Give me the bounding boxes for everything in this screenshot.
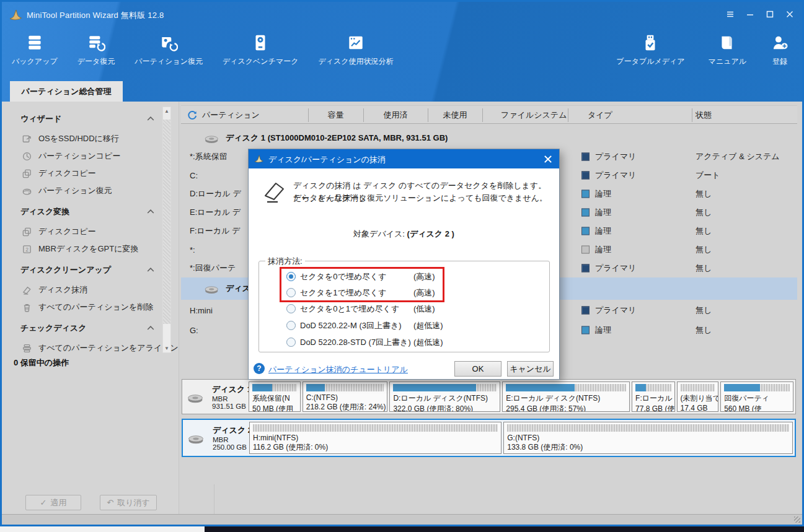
partition-label: F:ローカル ディ [635, 393, 671, 404]
diskmap-partition-block[interactable]: G:(NTFS)133.8 GB (使用済: 0%) [503, 422, 793, 454]
sidebar-item-0-0[interactable]: OSをSSD/HDDに移行 [2, 131, 157, 146]
sidebar-item-label: MBRディスクをGPTに変換 [38, 243, 138, 255]
sidebar-item-label: ディスク抹消 [38, 284, 87, 295]
partition-info: 77.8 GB (使 [635, 404, 671, 412]
radio-button[interactable] [286, 304, 296, 313]
collapse-icon[interactable] [147, 321, 154, 335]
partition-name: H:mini [190, 306, 213, 315]
help-icon[interactable]: ? [254, 363, 265, 374]
usage-bar [506, 384, 626, 391]
diskmap-partition-block[interactable]: H:mini(NTFS)116.2 GB (使用済: 0%) [249, 422, 501, 454]
diskmap-partition-block[interactable]: E:ローカル ディスク(NTFS)295.4 GB (使用済: 57%) [502, 382, 630, 412]
wipe-dialog: ディスク/パーティションの抹消 ディスクの抹消 は ディスク のすべてのデータセ… [248, 149, 560, 380]
diskmap-partition-block[interactable]: (未割り当て)17.4 GB [677, 382, 719, 412]
diskmap-partition-block[interactable]: 回復パーティ560 MB (使 [720, 382, 793, 412]
toolbar-data-recovery-button[interactable]: データ復元 [74, 32, 119, 68]
diskmap-partition-block[interactable]: C:(NTFS)218.2 GB (使用済: 24%) [303, 382, 388, 412]
toolbar-backup-button[interactable]: バックアップ [8, 32, 61, 68]
collapse-icon[interactable] [147, 112, 154, 126]
partition-name: C: [190, 171, 198, 180]
resize-grip-icon[interactable] [794, 517, 800, 523]
diskmap-row[interactable]: ディスク 1MBR931.51 GB系統保留(N50 MB (使用C:(NTFS… [182, 379, 796, 414]
diskmap-partition-block[interactable]: 系統保留(N50 MB (使用 [249, 382, 301, 412]
sidebar-item-2-0[interactable]: ディスク抹消 [2, 282, 157, 297]
column-separator[interactable] [363, 108, 364, 122]
collapse-icon[interactable] [147, 205, 154, 219]
column-separator[interactable] [482, 108, 483, 122]
sidebar-scrollbar[interactable]: ▲ ▼ [162, 107, 171, 353]
tutorial-link[interactable]: パーティション抹消のチュートリアル [268, 364, 408, 375]
scrollbar-thumb[interactable] [163, 120, 170, 324]
sidebar-item-0-2[interactable]: ディスクコピー [2, 166, 157, 181]
sidebar-item-label: すべてのパーティションを削除 [38, 302, 153, 313]
usage-bar [253, 424, 498, 432]
ok-button[interactable]: OK [454, 361, 501, 377]
diskmap-disk-label: ディスク 2MBR250.00 GB [183, 420, 247, 456]
partition-name: D:ローカル デ [190, 188, 241, 199]
column-separator[interactable] [308, 108, 309, 122]
scroll-up-icon[interactable]: ▲ [163, 107, 170, 115]
type-color-icon [581, 172, 590, 180]
toolbar-right-group: ブータブルメディアマニュアル登録 [612, 32, 793, 68]
refresh-icon[interactable] [187, 110, 198, 121]
radio-button[interactable] [286, 321, 296, 330]
col-capacity: 容量 [308, 106, 363, 124]
wipe-option-2[interactable]: セクタを0と1で埋め尽くす(低速) [259, 302, 549, 316]
sidebar-item-1-1[interactable]: 2MBRディスクをGPTに変換 [2, 242, 157, 256]
column-separator[interactable] [692, 108, 692, 122]
menu-icon[interactable] [725, 9, 735, 19]
spacer [181, 124, 797, 129]
close-icon[interactable] [785, 9, 795, 19]
column-separator[interactable] [568, 108, 568, 122]
minimize-icon[interactable] [745, 9, 755, 19]
sidebar-item-1-0[interactable]: ディスクコピー [2, 224, 157, 239]
column-separator[interactable] [428, 108, 428, 122]
svg-text:2: 2 [25, 246, 29, 252]
sidebar: ウィザードOSをSSD/HDDに移行パーティションコピーディスクコピーパーティシ… [2, 102, 179, 514]
toolbar-disk-benchmark-button[interactable]: ディスクベンチマーク [219, 32, 303, 68]
sidebar-item-0-1[interactable]: パーティションコピー [2, 149, 157, 164]
toolbar-register-button[interactable]: 登録 [766, 32, 793, 68]
toolbar-bootable-media-button[interactable]: ブータブルメディア [612, 32, 688, 68]
col-used: 使用済 [363, 106, 428, 124]
cancel-button[interactable]: キャンセル [507, 361, 554, 377]
wipe-option-3[interactable]: DoD 5220.22-M (3回上書き)(超低速) [259, 319, 549, 333]
sidebar-section-2[interactable]: ディスククリーンアップ [20, 263, 111, 277]
annotation-red-box [280, 267, 444, 302]
sidebar-item-2-1[interactable]: すべてのパーティションを削除 [2, 300, 157, 315]
dialog-title: ディスク/パーティションの抹消 [268, 154, 386, 165]
maximize-icon[interactable] [765, 9, 775, 19]
radio-button[interactable] [286, 338, 296, 347]
sidebar-section-0[interactable]: ウィザード [20, 112, 61, 126]
apply-button[interactable]: ✓適用 [25, 495, 81, 510]
sidebar-item-label: パーティション復元 [38, 185, 112, 196]
partition-status: 無し [696, 207, 712, 218]
dialog-close-icon[interactable] [543, 154, 553, 164]
sidebar-section-3[interactable]: チェックディスク [20, 321, 86, 335]
type-color-icon [581, 246, 590, 254]
disk-group-label: ディスク 1 (ST1000DM010-2EP102 SATA, MBR, 93… [226, 133, 448, 144]
usage-bar [635, 384, 671, 391]
partition-type: プライマリ [595, 170, 637, 181]
diskmap-row[interactable]: ディスク 2MBR250.00 GBH:mini(NTFS)116.2 GB (… [182, 419, 796, 457]
wipe-option-4[interactable]: DoD 5220.28-STD (7回上書き)(超低速) [259, 336, 549, 349]
toolbar-disk-usage-analysis-button[interactable]: ディスク使用状況分析 [314, 32, 397, 68]
diskmap-partition-block[interactable]: F:ローカル ディ77.8 GB (使 [632, 382, 674, 412]
disk-size: 931.51 GB [212, 403, 252, 410]
type-color-icon [581, 264, 590, 273]
tab-partition-management[interactable]: パーティション総合管理 [10, 81, 123, 102]
scroll-down-icon[interactable]: ▼ [163, 344, 170, 352]
disk-group-row[interactable]: ディスク 1 (ST1000DM010-2EP102 SATA, MBR, 93… [181, 129, 797, 147]
diskmap-partition-block[interactable]: D:ローカル ディスク(NTFS)322.0 GB (使用済: 80%) [389, 382, 500, 412]
undo-button[interactable]: ↶取り消す [100, 495, 157, 510]
sidebar-item-label: OSをSSD/HDDに移行 [38, 133, 119, 144]
sidebar-item-0-3[interactable]: パーティション復元 [2, 183, 157, 198]
align-partitions-icon [22, 343, 32, 354]
partition-status: 無し [696, 225, 712, 237]
toolbar-manual-button[interactable]: マニュアル [705, 32, 750, 68]
partition-type: プライマリ [595, 305, 637, 316]
collapse-icon[interactable] [147, 263, 154, 277]
sidebar-item-3-0[interactable]: すべてのパーティションをアライメント [2, 341, 157, 355]
toolbar-partition-recovery-button[interactable]: パーティション復元 [131, 32, 206, 68]
sidebar-section-1[interactable]: ディスク変換 [20, 205, 69, 219]
